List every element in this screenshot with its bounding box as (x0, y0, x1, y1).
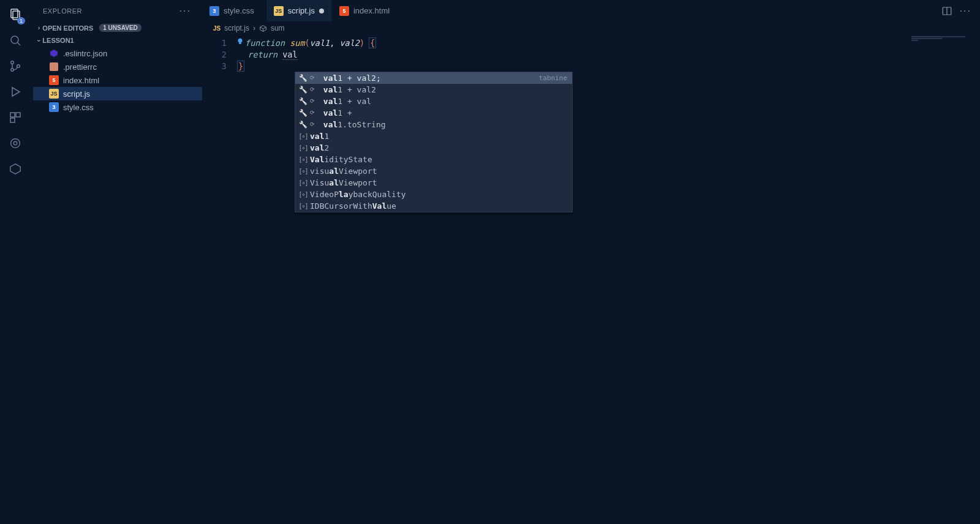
file-type-icon: 5 (339, 6, 349, 16)
unsaved-count-badge: 1 (17, 17, 25, 24)
suggestion-item[interactable]: VideoPlaybackQuality (295, 189, 572, 200)
explorer-icon[interactable]: 1 (7, 6, 24, 23)
intellisense-popup[interactable]: ⟳ val1 + val2;tabnine⟳ val1 + val2⟳ val1… (295, 72, 573, 212)
suggestion-text: VideoPlaybackQuality (310, 189, 567, 200)
file-name-label: index.html (63, 76, 99, 85)
svg-rect-0 (11, 9, 18, 18)
svg-point-2 (11, 36, 18, 43)
ai-indicator-icon: ⟳ (310, 84, 316, 95)
svg-line-19 (263, 27, 266, 29)
wrench-icon (299, 107, 307, 119)
line-gutter: 1 2 3 (202, 35, 238, 72)
extensions-icon[interactable] (7, 109, 24, 126)
editor-tab[interactable]: JSscript.js (266, 0, 332, 21)
sidebar-title: EXPLORER (43, 7, 82, 15)
minimap[interactable] (911, 36, 979, 54)
svg-point-4 (11, 61, 14, 64)
line-number: 1 (202, 37, 227, 49)
suggestion-text: val1 + (318, 107, 567, 119)
file-item[interactable]: .prettierrc (33, 60, 202, 73)
source-control-icon[interactable] (7, 58, 24, 75)
file-type-icon: 3 (209, 6, 219, 16)
file-type-icon: 3 (49, 102, 59, 112)
breadcrumb-separator: › (253, 24, 255, 32)
chevron-down-icon: › (36, 39, 42, 41)
wrench-icon (299, 119, 307, 130)
lightbulb-icon[interactable] (236, 37, 244, 46)
svg-marker-13 (10, 164, 21, 174)
js-file-icon: JS (213, 25, 221, 32)
suggestion-item[interactable]: val2 (295, 142, 572, 154)
svg-line-18 (260, 27, 263, 29)
variable-icon (299, 189, 307, 200)
svg-rect-10 (10, 118, 15, 122)
editor-more-icon[interactable]: ··· (960, 6, 971, 17)
svg-point-11 (11, 139, 20, 148)
split-editor-icon[interactable] (941, 6, 952, 17)
editor-tab[interactable]: 3style.css (202, 0, 266, 21)
variable-icon (299, 200, 307, 212)
code-editor[interactable]: 1 2 3 function sum(val1, val2) { return … (202, 35, 980, 524)
variable-icon (299, 130, 307, 142)
code-content: function sum(val1, val2) { return val } (238, 37, 980, 72)
suggestion-item[interactable]: ⟳ val1 + (295, 107, 572, 119)
suggestion-item[interactable]: ⟳ val1 + val2;tabnine (295, 72, 572, 84)
file-item[interactable]: 5index.html (33, 73, 202, 87)
suggestion-text: val1 + val2 (318, 84, 567, 95)
open-editors-label: OPEN EDITORS (42, 24, 93, 32)
suggestion-item[interactable]: VisualViewport (295, 177, 572, 189)
suggestion-item[interactable]: visualViewport (295, 165, 572, 177)
file-type-icon (49, 48, 59, 58)
file-name-label: .eslintrc.json (63, 49, 107, 58)
suggestion-item[interactable]: val1 (295, 130, 572, 142)
suggestion-source: tabnine (539, 72, 567, 84)
extra-icon-2[interactable] (7, 160, 24, 178)
suggestion-text: IDBCursorWithValue (310, 200, 567, 212)
suggestion-item[interactable]: ⟳ val1 + val2 (295, 84, 572, 95)
svg-marker-7 (12, 88, 20, 96)
dirty-indicator-icon (319, 9, 324, 13)
open-editors-section[interactable]: › OPEN EDITORS 1 UNSAVED (31, 21, 202, 34)
editor-tab[interactable]: 5index.html (332, 0, 402, 21)
main-area: 3style.cssJSscript.js5index.html ··· JS … (202, 0, 980, 524)
suggestion-text: val1.toString (318, 119, 567, 130)
svg-point-12 (13, 141, 17, 145)
svg-marker-14 (50, 50, 58, 57)
file-item[interactable]: .eslintrc.json (33, 47, 202, 60)
suggestion-item[interactable]: ⟳ val1.toString (295, 119, 572, 130)
file-type-icon: 5 (49, 75, 59, 85)
extra-icon-1[interactable] (7, 135, 24, 152)
tab-label: index.html (353, 6, 390, 15)
svg-line-3 (18, 43, 21, 46)
suggestion-item[interactable]: ValidityState (295, 154, 572, 165)
breadcrumb-file: script.js (224, 24, 249, 32)
suggestion-text: val1 + val2; (318, 72, 537, 84)
file-name-label: script.js (63, 89, 90, 99)
run-debug-icon[interactable] (7, 83, 24, 100)
sidebar: EXPLORER ··· › OPEN EDITORS 1 UNSAVED › … (31, 0, 202, 524)
ai-indicator-icon: ⟳ (310, 95, 316, 107)
suggestion-item[interactable]: ⟳ val1 + val (295, 95, 572, 107)
suggestion-item[interactable]: IDBCursorWithValue (295, 200, 572, 212)
file-item[interactable]: JSscript.js (33, 87, 202, 100)
suggestion-text: val1 + val (318, 95, 567, 107)
suggestion-text: VisualViewport (310, 177, 567, 189)
tab-label: style.css (224, 6, 254, 15)
breadcrumb[interactable]: JS script.js › sum (202, 21, 980, 35)
svg-rect-22 (239, 42, 241, 44)
sidebar-more-icon[interactable]: ··· (179, 6, 191, 17)
folder-section[interactable]: › LESSON1 (31, 34, 202, 47)
file-type-icon: JS (49, 89, 59, 99)
suggestion-text: visualViewport (310, 165, 567, 177)
activity-bar: 1 (0, 0, 31, 524)
svg-point-21 (238, 39, 243, 43)
ai-indicator-icon: ⟳ (310, 72, 316, 84)
file-name-label: style.css (63, 103, 94, 112)
breadcrumb-symbol: sum (271, 24, 285, 32)
search-icon[interactable] (7, 32, 24, 49)
ai-indicator-icon: ⟳ (310, 107, 316, 119)
file-item[interactable]: 3style.css (33, 100, 202, 114)
variable-icon (299, 165, 307, 177)
tabs-row: 3style.cssJSscript.js5index.html ··· (202, 0, 980, 21)
file-type-icon: JS (274, 6, 284, 16)
